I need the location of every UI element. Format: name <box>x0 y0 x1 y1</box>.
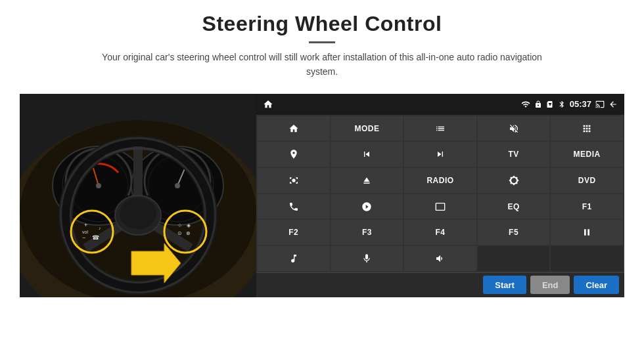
btn-f1[interactable]: F1 <box>551 194 623 219</box>
steering-wheel-image: + vol − ☎ ♪ ☆ ◈ ⊙ ⊗ <box>20 94 256 297</box>
wifi-icon <box>521 100 530 109</box>
status-bar-right: 05:37 <box>521 99 618 109</box>
status-bar-left <box>263 99 273 110</box>
svg-text:⊗: ⊗ <box>186 230 191 236</box>
sim-icon <box>546 100 554 108</box>
btn-home[interactable] <box>258 116 330 141</box>
btn-f4[interactable]: F4 <box>404 220 476 245</box>
btn-tv[interactable]: TV <box>478 142 550 167</box>
svg-point-20 <box>120 198 156 229</box>
back-icon <box>609 100 618 109</box>
end-button[interactable]: End <box>530 276 570 294</box>
status-time: 05:37 <box>570 99 591 109</box>
btn-phone[interactable] <box>258 194 330 219</box>
btn-nav[interactable] <box>258 142 330 167</box>
page-wrapper: Steering Wheel Control Your original car… <box>0 0 644 357</box>
btn-apps[interactable] <box>551 116 623 141</box>
svg-text:☆: ☆ <box>177 222 182 228</box>
cast-icon <box>595 100 605 109</box>
svg-text:◈: ◈ <box>187 222 191 228</box>
content-row: + vol − ☎ ♪ ☆ ◈ ⊙ ⊗ <box>26 94 618 297</box>
btn-radio[interactable]: RADIO <box>404 168 476 193</box>
title-divider <box>309 41 335 43</box>
btn-screen[interactable] <box>404 194 476 219</box>
btn-brightness[interactable] <box>478 168 550 193</box>
btn-music[interactable] <box>258 246 330 271</box>
start-button[interactable]: Start <box>483 276 526 294</box>
svg-point-12 <box>175 183 180 188</box>
btn-cam360[interactable] <box>258 168 330 193</box>
svg-text:☎: ☎ <box>92 234 99 241</box>
title-section: Steering Wheel Control Your original car… <box>92 12 552 89</box>
btn-empty2 <box>551 246 623 271</box>
bluetooth-icon <box>558 100 566 108</box>
svg-text:⊙: ⊙ <box>177 230 182 236</box>
control-panel: 05:37 MODE <box>256 94 624 297</box>
btn-volphone[interactable] <box>404 246 476 271</box>
btn-f2[interactable]: F2 <box>258 220 330 245</box>
action-bar: Start End Clear <box>256 272 624 297</box>
btn-mic[interactable] <box>331 246 403 271</box>
btn-empty1 <box>478 246 550 271</box>
btn-media[interactable]: MEDIA <box>551 142 623 167</box>
home-status-icon <box>263 99 273 110</box>
btn-eq[interactable]: EQ <box>478 194 550 219</box>
lock-icon <box>534 100 542 108</box>
svg-point-8 <box>96 183 101 188</box>
svg-text:♪: ♪ <box>99 226 101 230</box>
btn-f3[interactable]: F3 <box>331 220 403 245</box>
btn-mute[interactable] <box>478 116 550 141</box>
btn-prev[interactable] <box>331 142 403 167</box>
btn-dvd[interactable]: DVD <box>551 168 623 193</box>
btn-eject[interactable] <box>331 168 403 193</box>
btn-f5[interactable]: F5 <box>478 220 550 245</box>
btn-mode[interactable]: MODE <box>331 116 403 141</box>
status-bar: 05:37 <box>256 94 624 115</box>
svg-text:+: + <box>84 222 87 228</box>
page-title: Steering Wheel Control <box>92 12 552 36</box>
subtitle: Your original car's steering wheel contr… <box>92 50 552 79</box>
svg-text:vol: vol <box>82 230 88 234</box>
btn-playpause[interactable] <box>551 220 623 245</box>
btn-list[interactable] <box>404 116 476 141</box>
btn-nav2[interactable] <box>331 194 403 219</box>
svg-text:−: − <box>82 234 85 241</box>
btn-next[interactable] <box>404 142 476 167</box>
button-grid: MODE TV <box>256 115 624 272</box>
clear-button[interactable]: Clear <box>574 276 619 294</box>
